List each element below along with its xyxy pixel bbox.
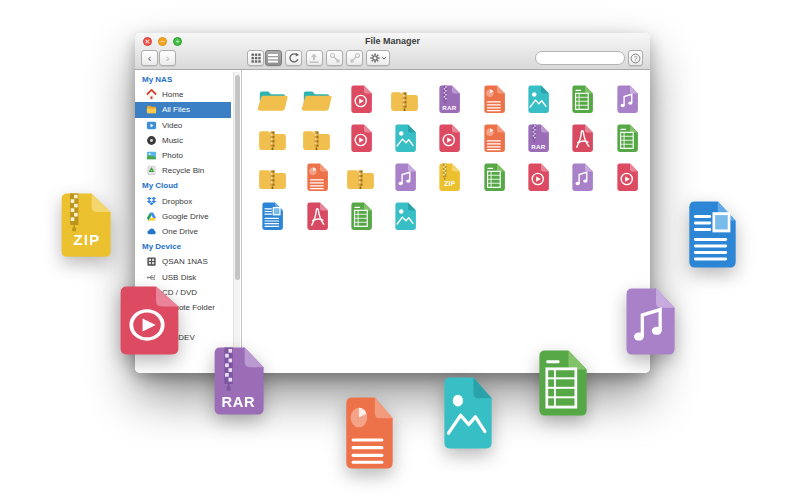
- search-field: [535, 51, 625, 65]
- shared-me-button[interactable]: [346, 50, 363, 66]
- file-icon-video[interactable]: [437, 124, 461, 153]
- file-icon-zip[interactable]: ZIP: [437, 163, 461, 192]
- file-icon-video[interactable]: [349, 124, 373, 153]
- folder-icon-folder-zip[interactable]: [345, 166, 376, 191]
- sidebar-item-label: Recycle Bin: [162, 166, 204, 175]
- sidebar-item-dropbox[interactable]: Dropbox: [135, 194, 241, 209]
- file-grid-area: RAR: [243, 70, 650, 373]
- upload-button[interactable]: [306, 50, 323, 66]
- sidebar-item-music[interactable]: Music: [135, 133, 241, 148]
- chevron-down-icon: [381, 55, 387, 61]
- upload-icon: [308, 52, 320, 64]
- grid-view-button[interactable]: [247, 50, 264, 66]
- sidebar-item-photo[interactable]: Photo: [135, 148, 241, 163]
- sidebar-item-home[interactable]: Home: [135, 87, 241, 102]
- sidebar-section-my-device: My Device: [135, 239, 241, 254]
- sidebar-section-my-nas: My NAS: [135, 72, 241, 87]
- shared-link-icon: [349, 52, 361, 64]
- file-icon-image[interactable]: [393, 202, 417, 231]
- sidebar-item-qsan-1nas[interactable]: QSAN 1NAS: [135, 254, 241, 269]
- toolbar: ‹ › ?: [135, 49, 650, 69]
- sidebar-item-label: Home: [162, 90, 183, 99]
- sidebar-item-label: Google Drive: [162, 212, 209, 221]
- list-view-button[interactable]: [265, 50, 282, 66]
- sidebar-scrollbar-thumb[interactable]: [235, 75, 240, 280]
- sidebar-item-label: Video: [162, 121, 182, 130]
- sidebar-item-one-drive[interactable]: One Drive: [135, 224, 241, 239]
- folder-icon-folder-zip[interactable]: [389, 88, 420, 113]
- file-icon-doc[interactable]: [305, 163, 329, 192]
- window-title: File Manager: [135, 36, 650, 46]
- sidebar-item-video[interactable]: Video: [135, 118, 241, 133]
- sidebar-scrollbar[interactable]: [233, 72, 240, 371]
- sidebar-item-label: Dropbox: [162, 197, 192, 206]
- share-link-button[interactable]: [326, 50, 343, 66]
- photo-icon: [146, 150, 157, 161]
- share-link-icon: [329, 52, 341, 64]
- nas-icon: [146, 256, 157, 267]
- folder-icon-folder-open[interactable]: [301, 88, 332, 113]
- folder-icon-folder-zip[interactable]: [301, 127, 332, 152]
- file-icon-sheet[interactable]: [570, 85, 594, 114]
- usb-icon: [146, 272, 157, 283]
- file-icon-sheet[interactable]: [482, 163, 506, 192]
- refresh-icon: [288, 52, 300, 64]
- sidebar-item-all-files[interactable]: All Files: [135, 102, 231, 117]
- list-icon: [267, 52, 279, 64]
- file-icon-video[interactable]: [349, 85, 373, 114]
- file-icon-pdf[interactable]: [570, 124, 594, 153]
- sidebar-item-label: Music: [162, 136, 183, 145]
- onedrive-icon: [146, 226, 157, 237]
- file-icon-doc[interactable]: [482, 85, 506, 114]
- file-icon-pdf[interactable]: [305, 202, 329, 231]
- stage: ✕ − + File Manager ‹ ›: [0, 0, 795, 500]
- home-icon: [146, 89, 157, 100]
- actions-button[interactable]: [366, 50, 390, 66]
- file-icon-video[interactable]: [615, 163, 639, 192]
- file-icon-music[interactable]: [393, 163, 417, 192]
- sidebar-item-label: QSAN 1NAS: [162, 257, 208, 266]
- file-icon-music[interactable]: [615, 85, 639, 114]
- file-icon-video[interactable]: [526, 163, 550, 192]
- svg-text:RAR: RAR: [221, 393, 255, 410]
- floating-sheet-icon: [534, 349, 588, 417]
- recycle-icon: [146, 165, 157, 176]
- floating-video-icon: [114, 285, 180, 356]
- video-icon: [146, 120, 157, 131]
- svg-text:ZIP: ZIP: [73, 231, 100, 248]
- refresh-button[interactable]: [285, 50, 302, 66]
- file-icon-doc[interactable]: [482, 124, 506, 153]
- file-icon-sheet[interactable]: [349, 202, 373, 231]
- svg-text:?: ?: [634, 54, 638, 61]
- sidebar-item-label: All Files: [162, 105, 190, 114]
- file-icon-music[interactable]: [570, 163, 594, 192]
- svg-text:RAR: RAR: [443, 103, 457, 110]
- gdrive-icon: [146, 211, 157, 222]
- dropbox-icon: [146, 196, 157, 207]
- forward-button[interactable]: ›: [159, 50, 176, 66]
- sidebar-item-label: Photo: [162, 151, 183, 160]
- svg-text:RAR: RAR: [531, 142, 545, 149]
- window-chrome: ✕ − + File Manager ‹ ›: [135, 33, 650, 70]
- floating-image-icon: [439, 376, 493, 450]
- file-icon-rar[interactable]: RAR: [526, 124, 550, 153]
- file-icon-image[interactable]: [393, 124, 417, 153]
- sidebar-item-usb-disk[interactable]: USB Disk: [135, 269, 241, 284]
- sidebar-item-label: USB Disk: [162, 273, 196, 282]
- file-icon-image[interactable]: [526, 85, 550, 114]
- folder-icon-folder-zip[interactable]: [257, 127, 288, 152]
- sidebar-item-label: One Drive: [162, 227, 198, 236]
- folder-icon-folder-open[interactable]: [257, 88, 288, 113]
- folder-icon-folder-zip[interactable]: [257, 166, 288, 191]
- file-icon-docblue[interactable]: [260, 202, 284, 231]
- file-icon-rar[interactable]: RAR: [437, 85, 461, 114]
- sidebar-item-recycle-bin[interactable]: Recycle Bin: [135, 163, 241, 178]
- grid-icon: [250, 52, 262, 64]
- help-icon: ?: [630, 53, 641, 64]
- help-button[interactable]: ?: [628, 50, 643, 66]
- sidebar-item-google-drive[interactable]: Google Drive: [135, 209, 241, 224]
- file-icon-sheet[interactable]: [615, 124, 639, 153]
- svg-text:ZIP: ZIP: [445, 179, 457, 186]
- floating-music-icon: [621, 287, 676, 356]
- back-button[interactable]: ‹: [141, 50, 158, 66]
